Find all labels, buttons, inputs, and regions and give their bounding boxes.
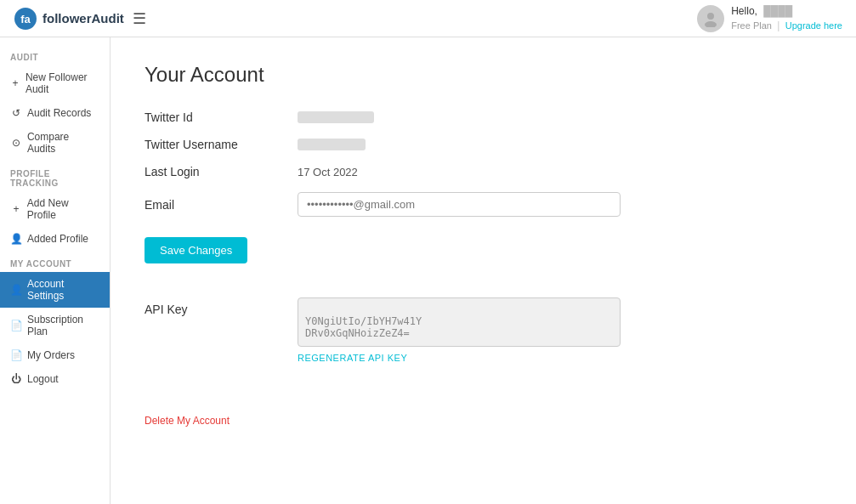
email-input[interactable] [298,192,621,217]
sidebar-section-audit: AUDIT [0,44,110,65]
sidebar-section-my-account: MY ACCOUNT [0,251,110,272]
twitter-username-label: Twitter Username [145,138,298,151]
audit-records-label: Audit Records [27,107,91,119]
sidebar-section-profile-tracking: PROFILE TRACKING [0,161,110,191]
user-info: Hello, ████ Free Plan | Upgrade here [731,4,842,33]
sidebar-item-audit-records[interactable]: ↺Audit Records [0,101,110,125]
twitter-id-value [298,111,374,123]
add-new-profile-label: Add New Profile [27,197,99,221]
compare-audits-label: Compare Audits [27,131,99,155]
my-orders-label: My Orders [27,349,75,361]
svg-point-2 [707,13,714,20]
svg-text:fa: fa [20,13,31,25]
account-settings-label: Account Settings [27,278,99,302]
sidebar-item-subscription-plan[interactable]: 📄Subscription Plan [0,308,110,343]
sidebar-item-account-settings[interactable]: 👤Account Settings [0,272,110,308]
compare-audits-icon: ⊙ [10,137,22,149]
account-info-table: Twitter Id Twitter Username Last Login 1… [145,110,822,217]
topnav-left: fa followerAudit ☰ [14,7,146,31]
sidebar-item-my-orders[interactable]: 📄My Orders [0,343,110,367]
last-login-row: Last Login 17 Oct 2022 [145,165,822,178]
user-plan-upgrade: Free Plan | Upgrade here [731,19,842,33]
main-content: Your Account Twitter Id Twitter Username… [111,37,856,504]
logo-text: followerAudit [43,11,124,25]
last-login-label: Last Login [145,165,298,178]
topnav-right: Hello, ████ Free Plan | Upgrade here [697,4,842,33]
audit-records-icon: ↺ [10,107,22,119]
my-orders-icon: 📄 [10,349,22,361]
email-row: Email [145,192,822,217]
svg-point-3 [705,21,717,27]
delete-account-link[interactable]: Delete My Account [145,415,230,427]
sidebar-item-added-profile[interactable]: 👤Added Profile [0,227,110,251]
twitter-username-value [298,139,366,150]
upgrade-link[interactable]: Upgrade here [785,20,842,31]
added-profile-label: Added Profile [27,233,88,245]
email-label: Email [145,198,298,212]
main-layout: AUDIT+New Follower Audit↺Audit Records⊙C… [0,37,856,504]
new-follower-audit-icon: + [10,77,20,89]
hamburger-icon[interactable]: ☰ [133,9,146,28]
twitter-id-row: Twitter Id [145,110,822,124]
api-key-box-wrapper: Y0NgiUtIo/IbYH7w41Y DRv0xGqNHoizZeZ4= RE… [298,297,621,363]
top-navigation: fa followerAudit ☰ Hello, ████ Free Plan… [0,0,856,37]
added-profile-icon: 👤 [10,233,22,245]
last-login-value: 17 Oct 2022 [298,166,358,178]
sidebar: AUDIT+New Follower Audit↺Audit Records⊙C… [0,37,111,504]
avatar [697,5,724,32]
logout-label: Logout [27,373,59,385]
new-follower-audit-label: New Follower Audit [26,71,99,95]
user-hello: Hello, ████ [731,4,842,19]
sidebar-item-add-new-profile[interactable]: +Add New Profile [0,191,110,227]
subscription-plan-label: Subscription Plan [27,314,99,337]
save-changes-button[interactable]: Save Changes [145,237,247,263]
logo-icon: fa [14,7,37,31]
twitter-username-row: Twitter Username [145,138,822,151]
subscription-plan-icon: 📄 [10,320,22,331]
regenerate-api-key-link[interactable]: REGENERATE API KEY [298,353,621,363]
api-key-section: API Key Y0NgiUtIo/IbYH7w41Y DRv0xGqNHoiz… [145,297,822,363]
logo: fa followerAudit [14,7,124,31]
api-key-textarea[interactable]: Y0NgiUtIo/IbYH7w41Y DRv0xGqNHoizZeZ4= [298,297,621,347]
twitter-id-label: Twitter Id [145,110,298,124]
add-new-profile-icon: + [10,203,22,215]
sidebar-item-compare-audits[interactable]: ⊙Compare Audits [0,125,110,161]
sidebar-item-new-follower-audit[interactable]: +New Follower Audit [0,65,110,101]
account-settings-icon: 👤 [10,284,22,296]
sidebar-item-logout[interactable]: ⏻Logout [0,367,110,391]
page-title: Your Account [145,63,822,87]
logout-icon: ⏻ [10,373,22,385]
api-key-label: API Key [145,297,298,316]
